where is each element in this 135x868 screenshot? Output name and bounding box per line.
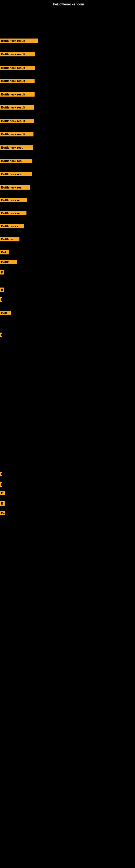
bottleneck-badge-7: Bottleneck result [0,119,34,123]
bottleneck-badge-26: B [0,491,5,495]
bottleneck-badge-21: | [0,297,2,302]
bottleneck-badge-1: Bottleneck result [0,38,38,43]
bottleneck-badge-18: Bottle [0,260,17,264]
bottleneck-badge-5: Bottleneck result [0,92,35,97]
bottleneck-badge-17: Bot [0,250,9,254]
site-title: TheBottlenecker.com [51,2,84,6]
bottleneck-badge-13: Bottleneck re [0,198,27,203]
bottleneck-badge-2: Bottleneck result [0,52,35,56]
bottleneck-badge-3: Bottleneck result [0,66,35,70]
bottleneck-badge-19: B [0,270,4,275]
bottleneck-badge-10: Bottleneck resu [0,159,32,163]
bottleneck-badge-28: Bo [0,511,5,516]
bottleneck-badge-6: Bottleneck result [0,105,34,110]
bottleneck-badge-25: | [0,482,2,487]
bottleneck-badge-14: Bottleneck re [0,211,27,215]
bottleneck-badge-24: B [0,472,2,476]
bottleneck-badge-15: Bottleneck r [0,224,24,228]
bottleneck-badge-12: Bottleneck res [0,185,30,190]
bottleneck-badge-16: Bottlene [0,237,19,241]
bottleneck-badge-20: B [0,287,4,292]
bottleneck-badge-4: Bottleneck result [0,79,35,83]
bottleneck-badge-11: Bottleneck resu [0,172,32,176]
bottleneck-badge-27: B [0,501,5,506]
bottleneck-badge-23: B [0,333,2,337]
bottleneck-badge-8: Bottleneck result [0,132,34,136]
bottleneck-badge-22: Bott [0,311,11,315]
bottleneck-badge-9: Bottleneck resu [0,145,33,150]
